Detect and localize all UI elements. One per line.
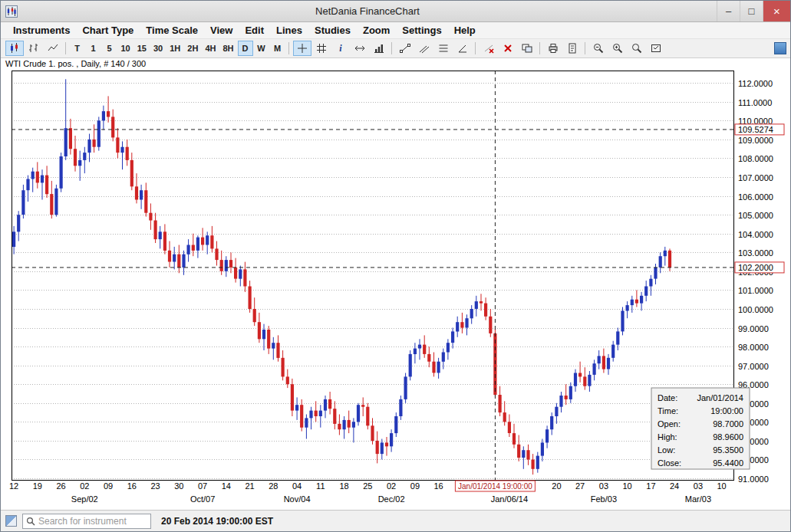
menu-settings[interactable]: Settings <box>396 23 447 38</box>
svg-text:Feb/03: Feb/03 <box>591 494 617 504</box>
toolbar-overflow-button[interactable] <box>774 42 786 54</box>
menu-instruments[interactable]: Instruments <box>7 23 76 38</box>
toolbar: T151015301H2H4H8HDWMi <box>1 39 790 58</box>
search-input[interactable] <box>38 516 147 527</box>
menu-lines[interactable]: Lines <box>270 23 308 38</box>
svg-text:24: 24 <box>670 481 679 491</box>
menu-zoom[interactable]: Zoom <box>357 23 396 38</box>
line-chart-icon[interactable] <box>44 41 62 56</box>
timeframe-1-button[interactable]: 1 <box>86 41 101 56</box>
svg-text:High:: High: <box>658 432 677 442</box>
menu-edit[interactable]: Edit <box>239 23 270 38</box>
svg-text:Jan/01/2014: Jan/01/2014 <box>697 393 743 402</box>
status-bar: 20 Feb 2014 19:00:00 EST <box>1 510 790 531</box>
svg-text:98.7000: 98.7000 <box>713 419 743 429</box>
search-box[interactable] <box>22 514 151 529</box>
svg-text:Sep/02: Sep/02 <box>71 494 98 504</box>
svg-text:109.0000: 109.0000 <box>738 136 773 145</box>
menu-view[interactable]: View <box>204 23 239 38</box>
timeframe-w-button[interactable]: W <box>254 41 269 56</box>
timeframe-4h-button[interactable]: 4H <box>202 41 219 56</box>
info-icon[interactable]: i <box>331 41 350 56</box>
toolbar-separator <box>585 42 585 54</box>
trend-line-icon[interactable] <box>396 41 414 56</box>
svg-text:Time:: Time: <box>658 406 678 415</box>
svg-text:03: 03 <box>599 481 608 491</box>
svg-text:23: 23 <box>150 481 160 491</box>
svg-text:09: 09 <box>410 481 420 491</box>
app-window: NetDania FinanceChart – □ × InstrumentsC… <box>0 0 791 532</box>
timeframe-8h-button[interactable]: 8H <box>219 41 236 56</box>
horizontal-scroll-icon[interactable] <box>351 41 369 56</box>
svg-text:101.0000: 101.0000 <box>738 286 773 295</box>
timeframe-10-button[interactable]: 10 <box>118 41 133 56</box>
crosshair-icon[interactable] <box>293 41 311 56</box>
svg-text:98.9600: 98.9600 <box>713 432 743 442</box>
svg-text:91.0000: 91.0000 <box>738 475 769 484</box>
status-datetime: 20 Feb 2014 19:00:00 EST <box>161 516 273 527</box>
svg-text:95.4400: 95.4400 <box>713 458 743 468</box>
svg-text:20: 20 <box>552 481 561 491</box>
candlestick-chart-icon[interactable] <box>5 41 24 56</box>
svg-text:14: 14 <box>222 481 231 491</box>
trend-channel-icon[interactable] <box>415 41 433 56</box>
svg-text:Nov/04: Nov/04 <box>284 494 311 504</box>
maximize-button[interactable]: □ <box>740 1 763 21</box>
svg-text:Low:: Low: <box>658 445 675 455</box>
svg-text:07: 07 <box>198 481 207 491</box>
toolbar-separator <box>391 42 392 54</box>
delete-icon[interactable] <box>499 41 517 56</box>
zoom-fit-icon[interactable] <box>647 41 665 56</box>
angle-line-icon[interactable] <box>453 41 472 56</box>
svg-text:21: 21 <box>245 481 254 491</box>
svg-text:105.0000: 105.0000 <box>738 211 773 220</box>
chart-area: WTI Crude 1. pos. , Daily, # 140 / 300 9… <box>1 58 790 510</box>
chart-canvas[interactable]: 91.000092.000093.000094.000095.000096.00… <box>1 58 790 510</box>
timeframe-2h-button[interactable]: 2H <box>184 41 201 56</box>
remove-line-icon[interactable] <box>480 41 498 56</box>
menu-time-scale[interactable]: Time Scale <box>140 23 204 38</box>
menu-chart-type[interactable]: Chart Type <box>76 23 140 38</box>
timeframe-5-button[interactable]: 5 <box>102 41 117 56</box>
svg-text:19: 19 <box>33 481 42 491</box>
timeframe-t-button[interactable]: T <box>70 41 85 56</box>
windows-icon[interactable] <box>518 41 536 56</box>
svg-text:03: 03 <box>694 481 703 491</box>
menu-help[interactable]: Help <box>448 23 482 38</box>
svg-text:111.0000: 111.0000 <box>738 98 772 107</box>
minimize-button[interactable]: – <box>717 1 740 21</box>
bar-chart-icon[interactable] <box>25 41 43 56</box>
zoom-out-icon[interactable] <box>589 41 608 56</box>
zoom-in-icon[interactable] <box>608 41 627 56</box>
svg-text:i: i <box>339 43 342 54</box>
svg-text:27: 27 <box>575 481 585 491</box>
close-button[interactable]: × <box>763 1 790 21</box>
svg-text:Dec/02: Dec/02 <box>378 494 405 504</box>
svg-text:98.0000: 98.0000 <box>738 343 769 352</box>
print-preview-icon[interactable] <box>563 41 582 56</box>
svg-text:28: 28 <box>269 481 278 491</box>
grid-icon[interactable] <box>312 41 331 56</box>
instrument-list-icon[interactable] <box>5 515 17 527</box>
menu-bar: InstrumentsChart TypeTime ScaleViewEditL… <box>1 22 790 39</box>
svg-text:95.3500: 95.3500 <box>713 445 743 455</box>
volume-icon[interactable] <box>370 41 388 56</box>
window-title: NetDania FinanceChart <box>18 5 717 17</box>
timeframe-30-button[interactable]: 30 <box>150 41 166 56</box>
svg-text:10: 10 <box>717 481 726 491</box>
title-bar[interactable]: NetDania FinanceChart – □ × <box>1 1 790 22</box>
timeframe-1h-button[interactable]: 1H <box>166 41 183 56</box>
menu-studies[interactable]: Studies <box>308 23 357 38</box>
svg-text:25: 25 <box>363 481 372 491</box>
fibonacci-icon[interactable] <box>434 41 453 56</box>
magnifier-icon[interactable] <box>628 41 646 56</box>
svg-text:17: 17 <box>646 481 655 491</box>
svg-text:100.0000: 100.0000 <box>738 305 773 314</box>
timeframe-m-button[interactable]: M <box>270 41 285 56</box>
svg-text:11: 11 <box>316 481 325 491</box>
svg-text:02: 02 <box>387 481 396 491</box>
timeframe-15-button[interactable]: 15 <box>134 41 150 56</box>
svg-text:18: 18 <box>339 481 348 491</box>
print-icon[interactable] <box>544 41 562 56</box>
timeframe-d-button[interactable]: D <box>238 41 253 56</box>
